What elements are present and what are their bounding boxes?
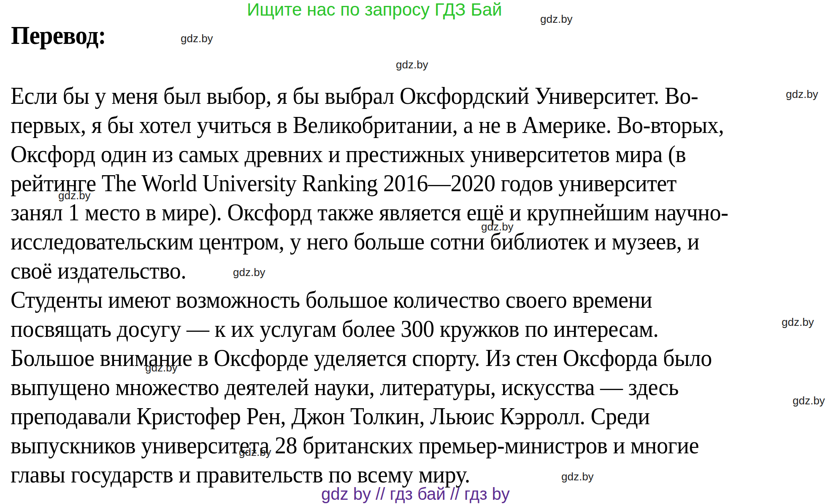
translation-line: рейтинге The World University Ranking 20… — [11, 168, 728, 198]
translation-text: Если бы у меня был выбор, я бы выбрал Ок… — [11, 81, 728, 489]
gdz-watermark: gdz.by — [782, 317, 814, 328]
translation-line: своё издательство. — [11, 256, 728, 285]
translation-line: преподавали Кристофер Рен, Джон Толкин, … — [11, 401, 728, 431]
gdz-watermark: gdz.by — [561, 471, 594, 482]
gdz-watermark: gdz.by — [233, 267, 265, 278]
promo-banner: Ищите нас по запросу ГДЗ Бай — [247, 1, 502, 19]
translation-line: посвящать досугу — к их услугам более 30… — [11, 314, 728, 343]
translation-line: Если бы у меня был выбор, я бы выбрал Ок… — [11, 81, 728, 110]
translation-line: занял 1 место в мире). Оксфорд также явл… — [11, 198, 728, 227]
gdz-watermark: gdz.by — [145, 362, 178, 373]
page-title: Перевод: — [11, 20, 106, 50]
translation-line: выпущено множество деятелей науки, литер… — [11, 372, 728, 401]
gdz-watermark: gdz.by — [239, 447, 271, 458]
translation-line: Студенты имеют возможность большое колич… — [11, 285, 728, 314]
gdz-watermark: gdz.by — [793, 395, 825, 406]
gdz-watermark: gdz.by — [181, 33, 213, 44]
footer-branding: gdz by // гдз бай // гдз by — [0, 485, 831, 504]
gdz-watermark: gdz.by — [58, 190, 91, 201]
translation-line: исследовательским центром, у него больше… — [11, 227, 728, 256]
document-page: { "promo": { "text": "Ищите нас по запро… — [0, 0, 831, 504]
gdz-watermark: gdz.by — [396, 59, 428, 70]
gdz-watermark: gdz.by — [540, 14, 573, 24]
gdz-watermark: gdz.by — [481, 221, 514, 232]
translation-line: выпускников университета 28 британских п… — [11, 431, 728, 460]
translation-line: Большое внимание в Оксфорде уделяется сп… — [11, 343, 728, 372]
gdz-watermark: gdz.by — [786, 89, 818, 100]
translation-line: первых, я бы хотел учиться в Великобрита… — [11, 110, 728, 139]
translation-line: Оксфорд один из самых древних и престижн… — [11, 139, 728, 168]
